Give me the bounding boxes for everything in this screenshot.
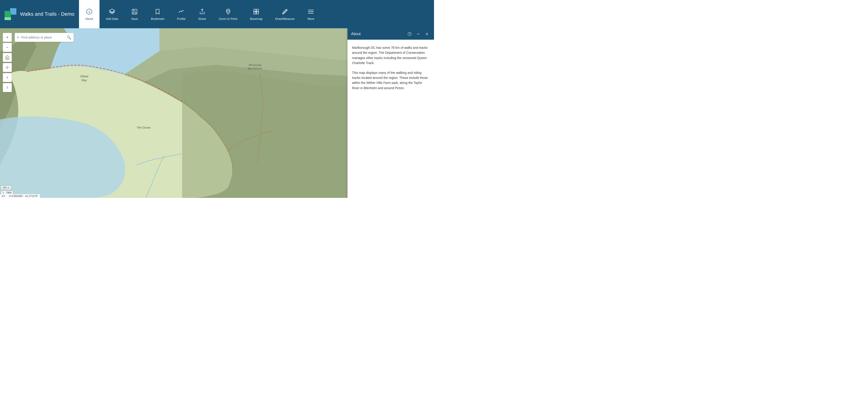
about-paragraph-2: This map displays many of the walking an… [352, 70, 429, 91]
about-paragraph-1: Marlborough DC has some 78 km of walks a… [352, 45, 429, 66]
search-input[interactable] [21, 35, 64, 39]
about-panel-close-button[interactable] [424, 31, 430, 37]
nav-item-profile[interactable]: Profile [171, 0, 192, 28]
nav-item-bookmark[interactable]: Bookmark [145, 0, 171, 28]
back-button[interactable] [3, 73, 12, 82]
svg-text:Bay Reserve: Bay Reserve [248, 67, 262, 70]
coordinates-bar: XY 173.902409°, -41.271279° [0, 194, 40, 198]
nav-item-basemap[interactable]: Basemap [244, 0, 269, 28]
svg-rect-10 [254, 12, 256, 14]
svg-text:Bay: Bay [82, 79, 87, 82]
svg-rect-8 [254, 9, 256, 11]
about-panel-title: About [351, 32, 404, 36]
save-icon [131, 8, 138, 15]
more-icon [307, 8, 314, 15]
coords-label: XY [2, 195, 5, 197]
nav-label-share: Share [198, 17, 206, 21]
nav-label-profile: Profile [177, 17, 186, 21]
svg-text:Okiwa: Okiwa [80, 75, 88, 78]
svg-text:Momorangi: Momorangi [249, 64, 261, 66]
svg-point-7 [227, 10, 229, 12]
zoom-out-button[interactable]: − [3, 43, 12, 52]
about-panel-collapse-button[interactable] [415, 31, 422, 37]
logo-icon [5, 8, 17, 20]
zoom-point-icon [224, 8, 232, 15]
nav-label-bookmark: Bookmark [151, 17, 164, 21]
about-panel-help-button[interactable] [406, 31, 413, 37]
nav-bar: About Add Data Save Bookmark [79, 0, 434, 28]
app-logo-area: Walks and Trails - Demo [0, 0, 79, 28]
svg-point-23 [7, 67, 8, 68]
basemap-icon [252, 8, 260, 15]
draw-icon [281, 8, 288, 15]
map-toolbar: + − [3, 33, 12, 92]
nav-item-draw-measure[interactable]: Draw/Measure [269, 0, 301, 28]
forward-button[interactable] [3, 83, 12, 92]
map-container[interactable]: Okiwa Bay The Grove Momorangi Bay Reserv… [0, 28, 434, 198]
svg-point-24 [408, 32, 411, 36]
nav-item-share[interactable]: Share [192, 0, 212, 28]
coords-value: 173.902409°, -41.271279° [9, 195, 38, 197]
nav-label-about: About [85, 17, 93, 21]
nav-item-add-data[interactable]: Add Data [99, 0, 125, 28]
nav-label-draw-measure: Draw/Measure [275, 17, 294, 21]
app-header: Walks and Trails - Demo About Add Data S… [0, 0, 434, 28]
svg-rect-4 [132, 9, 137, 14]
nav-label-zoom-to-point: Zoom to Point [219, 17, 237, 21]
search-button[interactable]: 🔍 [64, 35, 73, 40]
bookmark-icon [154, 8, 161, 15]
nav-item-save[interactable]: Save [125, 0, 145, 28]
locate-button[interactable] [3, 63, 12, 72]
nav-label-basemap: Basemap [250, 17, 262, 21]
nav-item-about[interactable]: About [79, 0, 99, 28]
svg-rect-9 [257, 9, 259, 11]
profile-icon [178, 8, 185, 15]
nav-label-save: Save [131, 17, 138, 21]
about-panel-header: About [347, 28, 434, 40]
share-icon [198, 8, 206, 15]
search-caret-icon: ▼ [15, 36, 21, 39]
nav-item-more[interactable]: More [301, 0, 321, 28]
app-title: Walks and Trails - Demo [20, 11, 74, 17]
search-bar: ▼ 🔍 [14, 33, 74, 42]
home-button[interactable] [3, 53, 12, 62]
svg-rect-11 [257, 12, 259, 14]
nav-label-more: More [308, 17, 314, 21]
layers-icon [108, 8, 116, 15]
nav-label-add-data: Add Data [106, 17, 118, 21]
about-panel-content: Marlborough DC has some 78 km of walks a… [347, 40, 434, 198]
nav-item-zoom-to-point[interactable]: Zoom to Point [212, 0, 244, 28]
svg-rect-5 [133, 12, 136, 14]
scale-bar: 200 m [1, 186, 11, 190]
zoom-in-button[interactable]: + [3, 33, 12, 42]
svg-text:The Grove: The Grove [136, 126, 150, 129]
about-panel: About Marlborough DC has some 78 km of w… [347, 28, 434, 198]
info-icon [86, 8, 93, 15]
